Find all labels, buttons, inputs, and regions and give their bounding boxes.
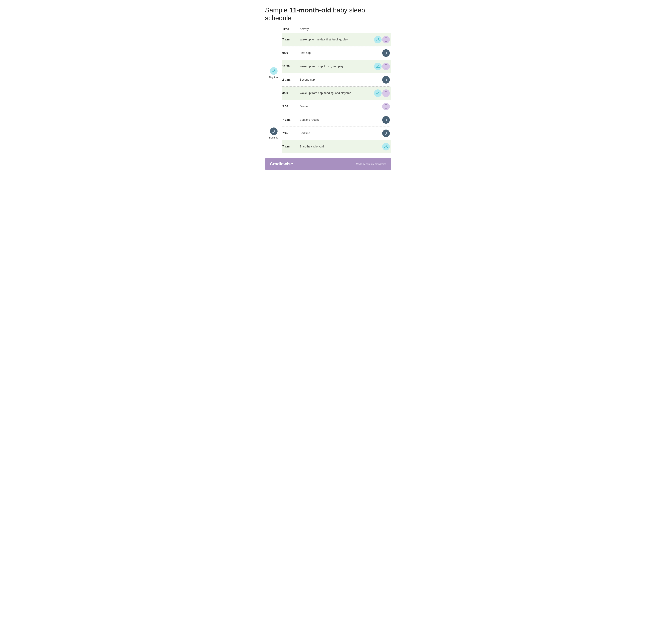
bedtime-label-col: Bedtime xyxy=(265,113,282,153)
svg-point-19 xyxy=(387,119,387,120)
svg-point-18 xyxy=(387,119,387,119)
header-activity: Activity xyxy=(300,27,372,31)
table-row: 7:45 Bedtime xyxy=(282,127,391,140)
svg-point-0 xyxy=(274,70,275,70)
daytime-rows: 7 a.m. Wake up for the day, first feedin… xyxy=(282,33,391,113)
svg-point-22 xyxy=(386,145,387,146)
table-row: 11:30 Wake up from nap, lunch, and play xyxy=(282,60,391,73)
moon-icon xyxy=(382,49,390,57)
table-row: 7 a.m. Wake up for the day, first feedin… xyxy=(282,33,391,46)
row-activity: Dinner xyxy=(300,105,372,108)
bedtime-rows: 7 p.m. Bedtime routine xyxy=(282,113,391,153)
moon-icon xyxy=(382,130,390,137)
svg-point-4 xyxy=(387,52,387,52)
bedtime-icon xyxy=(270,128,277,135)
row-time: 9:30 xyxy=(282,51,300,54)
table-row: 5:30 Dinner xyxy=(282,100,391,113)
row-activity: First nap xyxy=(300,51,372,54)
daytime-icon xyxy=(270,67,277,75)
svg-point-1 xyxy=(378,39,379,39)
daytime-label-col: Daytime xyxy=(265,33,282,113)
row-icons xyxy=(372,116,391,124)
page-wrapper: Sample 11-month-old baby sleep schedule … xyxy=(265,6,391,170)
header-time: Time xyxy=(282,27,300,31)
row-icons xyxy=(372,63,391,70)
svg-point-9 xyxy=(387,78,387,79)
bottle-icon xyxy=(382,36,390,43)
svg-point-17 xyxy=(275,131,275,131)
row-icons xyxy=(372,89,391,97)
footer-bar: Cradlewise Made by parents, for parents xyxy=(265,158,391,170)
svg-point-20 xyxy=(387,132,387,133)
row-time: 11:30 xyxy=(282,65,300,68)
row-icons xyxy=(372,103,391,110)
title-section: Sample 11-month-old baby sleep schedule xyxy=(265,6,391,22)
daytime-section: Daytime 7 a.m. Wake up for the day, firs… xyxy=(265,33,391,113)
row-time: 7 a.m. xyxy=(282,145,300,148)
table-row: 2 p.m. Second nap xyxy=(282,73,391,87)
svg-point-5 xyxy=(387,52,387,53)
row-icons xyxy=(372,143,391,151)
wake-icon xyxy=(374,36,382,43)
wake-icon xyxy=(374,89,382,97)
svg-point-6 xyxy=(378,65,379,66)
footer-tagline: Made by parents, for parents xyxy=(356,163,386,165)
row-activity: Wake up for the day, first feeding, play xyxy=(300,38,372,41)
row-activity: Wake up from nap, feeding, and playtime xyxy=(300,91,372,95)
row-time: 5:30 xyxy=(282,105,300,108)
table-row: 7 p.m. Bedtime routine xyxy=(282,113,391,127)
row-activity: Start the cycle again xyxy=(300,145,372,148)
daytime-label-text: Daytime xyxy=(269,76,278,79)
row-time: 7:45 xyxy=(282,132,300,135)
svg-point-21 xyxy=(387,133,387,133)
page-title: Sample 11-month-old baby sleep schedule xyxy=(265,6,391,22)
row-activity: Bedtime xyxy=(300,132,372,135)
table-header: Time Activity xyxy=(265,25,391,33)
bedtime-label-text: Bedtime xyxy=(269,136,278,139)
row-icons xyxy=(372,130,391,137)
row-icons xyxy=(372,76,391,84)
row-time: 2 p.m. xyxy=(282,78,300,82)
row-icons xyxy=(372,49,391,57)
row-time: 3:30 xyxy=(282,91,300,95)
row-time: 7 p.m. xyxy=(282,118,300,121)
wake-icon xyxy=(374,63,382,70)
table-row: 3:30 Wake up from nap, feeding, and play… xyxy=(282,87,391,100)
bottle-lavender-icon xyxy=(382,103,390,110)
bottle-icon xyxy=(382,89,390,97)
moon-icon xyxy=(382,116,390,124)
row-time: 7 a.m. xyxy=(282,38,300,41)
svg-point-16 xyxy=(275,130,275,131)
row-activity: Second nap xyxy=(300,78,372,82)
row-activity: Bedtime routine xyxy=(300,118,372,121)
footer-brand: Cradlewise xyxy=(270,161,293,166)
schedule-container: Time Activity Daytime 7 a xyxy=(265,25,391,153)
wake-cycle-icon xyxy=(382,143,390,151)
moon-icon xyxy=(382,76,390,84)
bedtime-section: Bedtime 7 p.m. Bedtime routine xyxy=(265,113,391,153)
svg-point-11 xyxy=(378,92,379,93)
table-row: 7 a.m. Start the cycle again xyxy=(282,140,391,153)
row-activity: Wake up from nap, lunch, and play xyxy=(300,65,372,68)
row-icons xyxy=(372,36,391,43)
table-row: 9:30 First nap xyxy=(282,46,391,60)
bottle-icon xyxy=(382,63,390,70)
